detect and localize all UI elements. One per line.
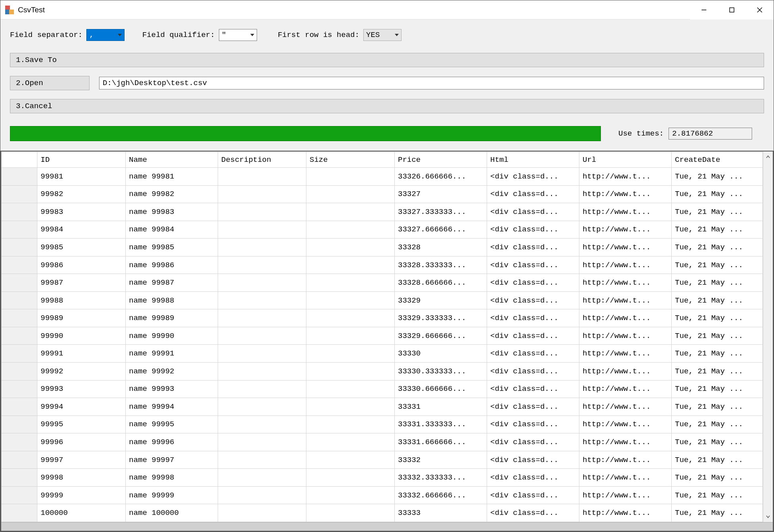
cell-id[interactable]: 99992 xyxy=(37,363,126,381)
cell-url[interactable]: http://www.t... xyxy=(579,504,672,522)
cell-price[interactable]: 33327.666666... xyxy=(395,221,487,239)
cell-name[interactable]: name 99992 xyxy=(126,363,218,381)
cell-price[interactable]: 33333 xyxy=(395,504,487,522)
cell-html[interactable]: <div class=d... xyxy=(487,239,579,256)
field-separator-combo[interactable]: , xyxy=(86,29,125,41)
table-row[interactable]: 99998name 9999833332.333333...<div class… xyxy=(2,469,763,487)
row-header[interactable] xyxy=(2,416,37,433)
cell-description[interactable] xyxy=(218,398,306,416)
vertical-scrollbar[interactable] xyxy=(763,151,773,522)
cell-size[interactable] xyxy=(306,416,395,433)
cell-price[interactable]: 33328 xyxy=(395,239,487,256)
cell-date[interactable]: Tue, 21 May ... xyxy=(672,239,763,256)
table-row[interactable]: 99991name 9999133330<div class=d...http:… xyxy=(2,345,763,363)
row-header[interactable] xyxy=(2,504,37,522)
cell-price[interactable]: 33330.666666... xyxy=(395,380,487,398)
cell-date[interactable]: Tue, 21 May ... xyxy=(672,203,763,221)
cell-url[interactable]: http://www.t... xyxy=(579,451,672,469)
cell-url[interactable]: http://www.t... xyxy=(579,309,672,327)
cell-name[interactable]: name 99985 xyxy=(126,239,218,256)
cell-description[interactable] xyxy=(218,327,306,345)
cell-description[interactable] xyxy=(218,221,306,239)
cell-size[interactable] xyxy=(306,221,395,239)
table-row[interactable]: 99997name 9999733332<div class=d...http:… xyxy=(2,451,763,469)
cell-size[interactable] xyxy=(306,239,395,256)
col-header-name[interactable]: Name xyxy=(126,152,218,168)
cell-url[interactable]: http://www.t... xyxy=(579,221,672,239)
cell-size[interactable] xyxy=(306,168,395,186)
cell-id[interactable]: 99988 xyxy=(37,291,126,309)
cell-html[interactable]: <div class=d... xyxy=(487,309,579,327)
cell-id[interactable]: 99995 xyxy=(37,416,126,433)
table-row[interactable]: 99994name 9999433331<div class=d...http:… xyxy=(2,398,763,416)
cell-size[interactable] xyxy=(306,345,395,363)
cell-description[interactable] xyxy=(218,185,306,203)
cell-name[interactable]: name 99999 xyxy=(126,486,218,504)
cell-size[interactable] xyxy=(306,274,395,292)
cell-html[interactable]: <div class=d... xyxy=(487,451,579,469)
cell-price[interactable]: 33331.333333... xyxy=(395,416,487,433)
cell-size[interactable] xyxy=(306,451,395,469)
col-header-price[interactable]: Price xyxy=(395,152,487,168)
cell-url[interactable]: http://www.t... xyxy=(579,469,672,487)
cell-size[interactable] xyxy=(306,291,395,309)
cell-size[interactable] xyxy=(306,256,395,274)
maximize-button[interactable] xyxy=(718,0,746,19)
cell-id[interactable]: 99989 xyxy=(37,309,126,327)
cell-date[interactable]: Tue, 21 May ... xyxy=(672,291,763,309)
cell-date[interactable]: Tue, 21 May ... xyxy=(672,309,763,327)
table-row[interactable]: 99986name 9998633328.333333...<div class… xyxy=(2,256,763,274)
cell-html[interactable]: <div class=d... xyxy=(487,398,579,416)
cell-date[interactable]: Tue, 21 May ... xyxy=(672,380,763,398)
cell-description[interactable] xyxy=(218,239,306,256)
cell-description[interactable] xyxy=(218,345,306,363)
cell-html[interactable]: <div class=d... xyxy=(487,416,579,433)
cell-id[interactable]: 99982 xyxy=(37,185,126,203)
grid-table[interactable]: ID Name Description Size Price Html Url … xyxy=(1,151,763,522)
cell-html[interactable]: <div class=d... xyxy=(487,380,579,398)
cell-name[interactable]: name 99984 xyxy=(126,221,218,239)
cell-url[interactable]: http://www.t... xyxy=(579,203,672,221)
cell-url[interactable]: http://www.t... xyxy=(579,185,672,203)
cell-size[interactable] xyxy=(306,203,395,221)
cancel-button[interactable]: 3.Cancel xyxy=(10,99,764,113)
table-row[interactable]: 99988name 9998833329<div class=d...http:… xyxy=(2,291,763,309)
cell-size[interactable] xyxy=(306,185,395,203)
cell-name[interactable]: name 99986 xyxy=(126,256,218,274)
cell-price[interactable]: 33327.333333... xyxy=(395,203,487,221)
cell-size[interactable] xyxy=(306,327,395,345)
row-header[interactable] xyxy=(2,185,37,203)
table-row[interactable]: 100000name 10000033333<div class=d...htt… xyxy=(2,504,763,522)
scroll-down-button[interactable] xyxy=(763,511,773,522)
row-header[interactable] xyxy=(2,363,37,381)
cell-html[interactable]: <div class=d... xyxy=(487,168,579,186)
cell-name[interactable]: name 99988 xyxy=(126,291,218,309)
cell-description[interactable] xyxy=(218,168,306,186)
cell-date[interactable]: Tue, 21 May ... xyxy=(672,327,763,345)
cell-url[interactable]: http://www.t... xyxy=(579,398,672,416)
cell-name[interactable]: name 99983 xyxy=(126,203,218,221)
cell-size[interactable] xyxy=(306,504,395,522)
cell-id[interactable]: 99987 xyxy=(37,274,126,292)
table-row[interactable]: 99985name 9998533328<div class=d...http:… xyxy=(2,239,763,256)
cell-html[interactable]: <div class=d... xyxy=(487,291,579,309)
cell-name[interactable]: name 99996 xyxy=(126,433,218,451)
cell-name[interactable]: name 99997 xyxy=(126,451,218,469)
cell-url[interactable]: http://www.t... xyxy=(579,416,672,433)
cell-size[interactable] xyxy=(306,486,395,504)
row-header[interactable] xyxy=(2,203,37,221)
field-qualifier-combo[interactable]: " xyxy=(219,29,257,41)
cell-description[interactable] xyxy=(218,274,306,292)
cell-id[interactable]: 99981 xyxy=(37,168,126,186)
row-header[interactable] xyxy=(2,398,37,416)
col-header-url[interactable]: Url xyxy=(579,152,672,168)
cell-url[interactable]: http://www.t... xyxy=(579,256,672,274)
cell-name[interactable]: name 99990 xyxy=(126,327,218,345)
cell-html[interactable]: <div class=d... xyxy=(487,256,579,274)
row-header[interactable] xyxy=(2,469,37,487)
cell-price[interactable]: 33329.333333... xyxy=(395,309,487,327)
cell-name[interactable]: name 99993 xyxy=(126,380,218,398)
table-row[interactable]: 99999name 9999933332.666666...<div class… xyxy=(2,486,763,504)
cell-description[interactable] xyxy=(218,486,306,504)
cell-date[interactable]: Tue, 21 May ... xyxy=(672,416,763,433)
